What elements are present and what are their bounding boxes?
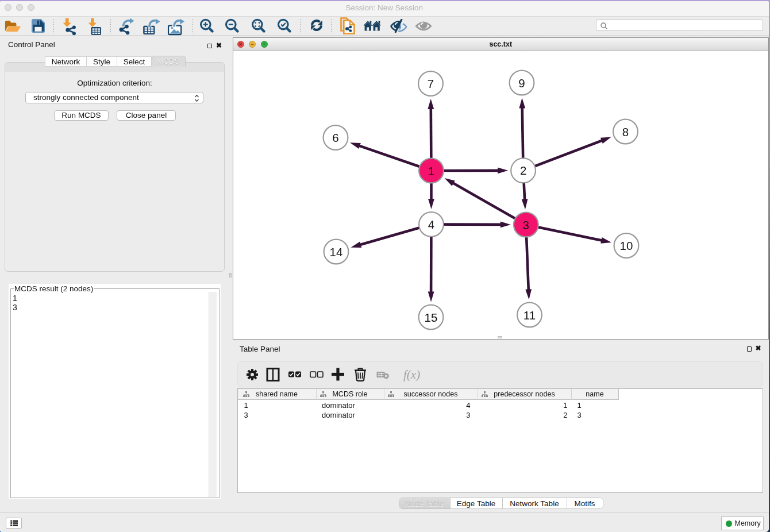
svg-text:7: 7 [428,77,434,90]
svg-text:6: 6 [332,131,338,144]
svg-text:1: 1 [428,164,434,178]
svg-text:10: 10 [620,239,633,252]
svg-text:14: 14 [330,245,343,259]
svg-text:15: 15 [425,311,438,324]
svg-text:f(x): f(x) [403,368,420,381]
svg-text:4: 4 [428,218,434,231]
svg-text:11: 11 [523,309,536,322]
svg-text:3: 3 [523,218,529,232]
svg-text:2: 2 [520,164,526,177]
svg-text:8: 8 [622,125,629,138]
svg-text:9: 9 [518,76,525,90]
